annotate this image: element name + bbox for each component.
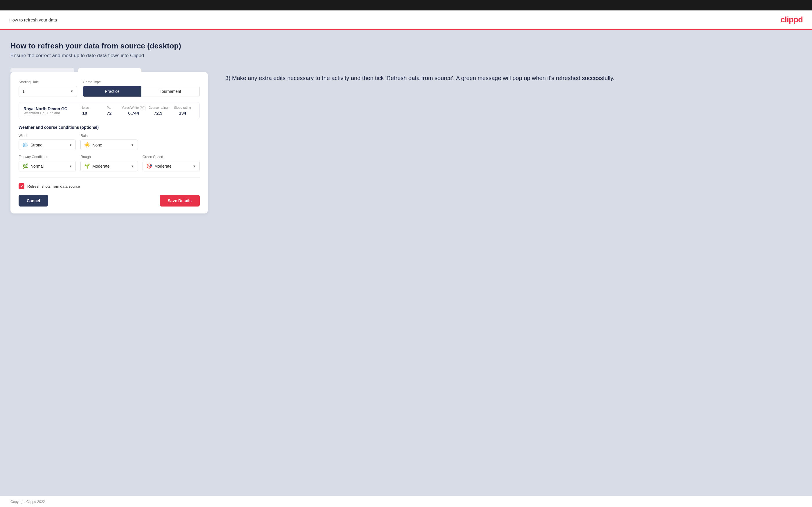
wind-select[interactable]: 💨 Strong ▼ <box>18 139 76 150</box>
rain-label: Rain <box>81 134 138 138</box>
conditions-row-2: Fairway Conditions 🌿 Normal ▼ Rough 🌱 Mo… <box>18 155 200 171</box>
top-bar <box>0 0 812 10</box>
course-row: Royal North Devon GC, Westward Ho!, Engl… <box>19 102 199 119</box>
rough-group: Rough 🌱 Moderate ▼ <box>81 155 138 171</box>
holes-stat: Holes 18 <box>72 106 97 115</box>
wind-value: Strong <box>31 143 69 147</box>
top-form-row: Starting Hole 1 10 ▼ Game Type Pract <box>18 80 200 97</box>
starting-hole-select[interactable]: 1 10 <box>18 86 77 97</box>
yards-value: 6,744 <box>121 111 146 115</box>
green-speed-arrow-icon: ▼ <box>193 164 196 168</box>
instruction-panel: 3) Make any extra edits necessary to the… <box>225 68 802 82</box>
starting-hole-label: Starting Hole <box>18 80 77 84</box>
page-title: How to refresh your data from source (de… <box>10 42 802 51</box>
game-type-toggle: Practice Tournament <box>83 86 200 97</box>
green-speed-icon: 🎯 <box>146 163 152 169</box>
refresh-label: Refresh shots from data source <box>27 184 80 188</box>
wind-group: Wind 💨 Strong ▼ <box>18 134 76 150</box>
form-card: Starting Hole 1 10 ▼ Game Type Pract <box>10 72 208 214</box>
slope-rating-label: Slope rating <box>170 106 195 109</box>
holes-value: 18 <box>72 111 97 115</box>
rough-arrow-icon: ▼ <box>131 164 134 168</box>
rain-icon: ☀️ <box>84 142 90 148</box>
yards-stat: Yards/White (M)) 6,744 <box>121 106 146 115</box>
card-wrapper: Starting Hole 1 10 ▼ Game Type Pract <box>10 68 208 214</box>
slope-rating-stat: Slope rating 134 <box>170 106 195 115</box>
par-value: 72 <box>97 111 121 115</box>
course-name: Royal North Devon GC, <box>23 106 72 111</box>
wind-arrow-icon: ▼ <box>69 143 72 147</box>
fairway-arrow-icon: ▼ <box>69 164 72 168</box>
game-type-label: Game Type <box>83 80 200 84</box>
footer: Copyright Clippd 2022 <box>0 496 812 507</box>
game-type-group: Game Type Practice Tournament <box>83 80 200 97</box>
main-content: How to refresh your data from source (de… <box>0 30 812 496</box>
card-tabs-hint <box>10 68 208 72</box>
course-rating-label: Course rating <box>146 106 170 109</box>
rain-arrow-icon: ▼ <box>131 143 134 147</box>
fairway-value: Normal <box>31 164 69 169</box>
fairway-icon: 🌿 <box>22 163 28 169</box>
card-pre-tab1 <box>10 68 74 72</box>
starting-hole-group: Starting Hole 1 10 ▼ <box>18 80 77 97</box>
button-row: Cancel Save Details <box>18 195 200 207</box>
holes-label: Holes <box>72 106 97 109</box>
page-subtitle: Ensure the correct and most up to date d… <box>10 53 802 59</box>
instruction-text: 3) Make any extra edits necessary to the… <box>225 74 802 82</box>
content-row: Starting Hole 1 10 ▼ Game Type Pract <box>10 68 802 214</box>
rough-value: Moderate <box>92 164 131 169</box>
fairway-label: Fairway Conditions <box>18 155 76 159</box>
fairway-select[interactable]: 🌿 Normal ▼ <box>18 161 76 171</box>
rough-label: Rough <box>81 155 138 159</box>
course-rating-value: 72.5 <box>146 111 170 115</box>
conditions-row-1: Wind 💨 Strong ▼ Rain ☀️ None ▼ <box>18 134 200 150</box>
wind-icon: 💨 <box>22 142 28 148</box>
copyright-text: Copyright Clippd 2022 <box>10 500 45 504</box>
par-stat: Par 72 <box>97 106 121 115</box>
rough-icon: 🌱 <box>84 163 90 169</box>
refresh-checkbox[interactable] <box>18 183 24 189</box>
course-table: Royal North Devon GC, Westward Ho!, Engl… <box>18 102 200 119</box>
rain-group: Rain ☀️ None ▼ <box>81 134 138 150</box>
refresh-row: Refresh shots from data source <box>18 183 200 189</box>
course-rating-stat: Course rating 72.5 <box>146 106 170 115</box>
logo: clippd <box>781 15 803 24</box>
header: How to refresh your data clippd <box>0 10 812 30</box>
cancel-button[interactable]: Cancel <box>18 195 48 207</box>
save-button[interactable]: Save Details <box>160 195 200 207</box>
fairway-group: Fairway Conditions 🌿 Normal ▼ <box>18 155 76 171</box>
header-title: How to refresh your data <box>9 17 57 22</box>
practice-button[interactable]: Practice <box>83 86 141 97</box>
wind-label: Wind <box>18 134 76 138</box>
green-speed-select[interactable]: 🎯 Moderate ▼ <box>143 161 200 171</box>
green-speed-label: Green Speed <box>143 155 200 159</box>
course-name-col: Royal North Devon GC, Westward Ho!, Engl… <box>23 106 72 115</box>
yards-label: Yards/White (M)) <box>121 106 146 109</box>
rain-select[interactable]: ☀️ None ▼ <box>81 139 138 150</box>
starting-hole-select-wrapper[interactable]: 1 10 ▼ <box>18 86 77 97</box>
conditions-section-title: Weather and course conditions (optional) <box>18 125 200 130</box>
course-location: Westward Ho!, England <box>23 111 72 115</box>
rough-select[interactable]: 🌱 Moderate ▼ <box>81 161 138 171</box>
card-pre-tab2 <box>78 68 142 72</box>
par-label: Par <box>97 106 121 109</box>
slope-rating-value: 134 <box>170 111 195 115</box>
rain-value: None <box>92 143 131 147</box>
tournament-button[interactable]: Tournament <box>141 86 199 97</box>
green-speed-value: Moderate <box>154 164 193 169</box>
green-speed-group: Green Speed 🎯 Moderate ▼ <box>143 155 200 171</box>
